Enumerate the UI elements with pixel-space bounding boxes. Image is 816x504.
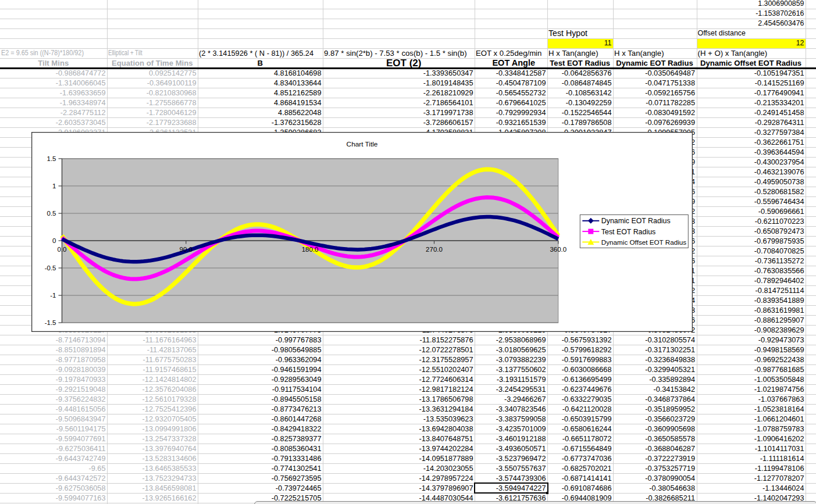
svg-text:Dynamic EOT Radius: Dynamic EOT Radius xyxy=(601,217,671,225)
svg-text:180.0: 180.0 xyxy=(302,246,319,253)
svg-text:360.0: 360.0 xyxy=(550,246,566,253)
svg-text:1: 1 xyxy=(52,183,56,190)
svg-text:90.0: 90.0 xyxy=(180,246,193,253)
svg-text:0.0: 0.0 xyxy=(58,246,67,253)
svg-text:-1: -1 xyxy=(50,292,56,299)
svg-text:0.5: 0.5 xyxy=(47,210,56,217)
svg-text:Dynamic Offset EOT Radius: Dynamic Offset EOT Radius xyxy=(601,238,687,246)
svg-text:Chart Title: Chart Title xyxy=(347,140,378,148)
svg-text:-0.5: -0.5 xyxy=(45,264,56,271)
svg-text:-1.5: -1.5 xyxy=(45,319,56,326)
svg-text:270.0: 270.0 xyxy=(426,246,443,253)
svg-text:Test EOT Radius: Test EOT Radius xyxy=(601,227,655,235)
svg-text:1.5: 1.5 xyxy=(47,155,56,162)
svg-text:0: 0 xyxy=(52,237,56,244)
